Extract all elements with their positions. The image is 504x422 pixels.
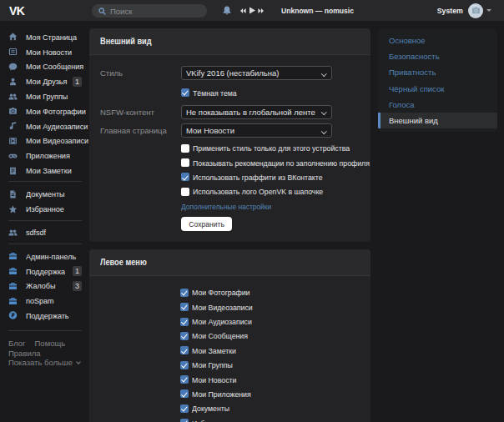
sidebar-item-label: Поддержать xyxy=(26,311,69,320)
friend-icon xyxy=(8,77,18,86)
mainpage-select[interactable]: Мои Новости xyxy=(181,123,332,138)
chevron-down-icon xyxy=(321,128,326,133)
home-icon xyxy=(8,33,18,42)
sidebar-item-админ-панель[interactable]: Админ-панель xyxy=(8,249,89,264)
sidebar-item-мои-видеозаписи[interactable]: Мои Видеозаписи xyxy=(8,133,89,148)
left-menu-item-9-row[interactable]: Избранное xyxy=(180,416,360,422)
additional-settings-link[interactable]: Дополнительные настройки xyxy=(181,201,271,212)
left-menu-item-2-checkbox[interactable] xyxy=(180,318,189,326)
sidebar-item-мои-сообщения[interactable]: Мои Сообщения xyxy=(8,59,89,74)
sidebar-item-избранное[interactable]: Избранное xyxy=(8,202,89,217)
settings-nav: ОсновноеБезопасностьПриватностьЧёрный сп… xyxy=(378,29,497,132)
left-menu-item-6-checkbox[interactable] xyxy=(180,375,189,384)
left-menu-item-4-row[interactable]: Мои Заметки xyxy=(180,344,360,358)
play-icon[interactable] xyxy=(249,7,255,14)
appearance-option-3-checkbox[interactable] xyxy=(181,188,189,196)
left-menu-item-7-row[interactable]: Мои Приложения xyxy=(180,387,360,401)
appearance-option-2-row[interactable]: Использовать граффити из ВКонтакте xyxy=(181,170,360,184)
settings-nav-item-чёрный-список[interactable]: Чёрный список xyxy=(378,81,497,97)
settings-nav-item-внешний-вид[interactable]: Внешний вид xyxy=(378,113,497,128)
sidebar-item-поддержка[interactable]: Поддержка1 xyxy=(8,264,89,279)
search-input[interactable] xyxy=(110,7,200,16)
notifications-bell-icon[interactable] xyxy=(222,5,232,16)
sidebar-item-мои-фотографии[interactable]: Мои Фотографии xyxy=(8,103,89,118)
nsfw-select[interactable]: Не показывать в глобальной ленте xyxy=(181,105,332,119)
sidebar-divider xyxy=(8,330,82,331)
main-content: Внешний вид Стиль VKify 2016 (нестабильн… xyxy=(89,28,370,422)
left-menu-item-6-label: Мои Новости xyxy=(192,375,236,384)
left-menu-item-5-row[interactable]: Мои Группы xyxy=(180,358,360,372)
sidebar-item-жалобы[interactable]: Жалобы3 xyxy=(8,279,89,294)
left-menu-item-0-row[interactable]: Мои Фотографии xyxy=(180,285,360,299)
appearance-option-0-row[interactable]: Применить стиль только для этого устройс… xyxy=(181,141,360,155)
left-menu-item-4-checkbox[interactable] xyxy=(180,346,189,354)
appearance-option-0-checkbox[interactable] xyxy=(181,144,189,153)
left-menu-item-5-checkbox[interactable] xyxy=(180,361,189,369)
left-menu-item-8-checkbox[interactable] xyxy=(180,404,189,413)
sidebar-item-мои-заметки[interactable]: Мои Заметки xyxy=(8,163,89,178)
dark-theme-checkbox-row[interactable]: Тёмная тема xyxy=(181,88,360,97)
left-menu-item-2-row[interactable]: Мои Аудиозаписи xyxy=(180,314,360,329)
additional-settings-row: Дополнительные настройки xyxy=(100,199,360,212)
appearance-option-2-checkbox[interactable] xyxy=(181,173,189,181)
save-button[interactable]: Сохранить xyxy=(181,217,232,232)
left-menu-item-6-row[interactable]: Мои Новости xyxy=(180,372,360,386)
audio-icon xyxy=(8,122,18,131)
footer-row: Правила xyxy=(8,349,89,359)
footer-link-help[interactable]: Помощь xyxy=(35,339,66,348)
sidebar-item-label: Админ-панель xyxy=(26,252,76,261)
footer-link-blog[interactable]: Блог xyxy=(8,339,26,348)
sidebar-item-label: Мои Группы xyxy=(26,92,68,101)
style-select[interactable]: VKify 2016 (нестабильна) xyxy=(181,66,332,80)
footer-row: Показать больше xyxy=(8,358,89,368)
settings-nav-item-голоса[interactable]: Голоса xyxy=(378,97,497,113)
news-icon xyxy=(8,48,18,57)
footer-row: БлогПомощь xyxy=(8,339,89,349)
next-track-icon[interactable] xyxy=(258,8,264,14)
appearance-option-3-row[interactable]: Использовать лого OpenVK в шапочке xyxy=(181,184,360,198)
mainpage-label: Главная страница xyxy=(100,126,181,135)
appearance-panel-title: Внешний вид xyxy=(89,28,370,55)
sidebar-item-документы[interactable]: Документы xyxy=(8,187,89,202)
vk-logo[interactable]: VK xyxy=(9,4,24,18)
sidebar-item-nospam[interactable]: noSpam xyxy=(8,294,89,309)
chevron-down-icon xyxy=(321,71,326,76)
appearance-option-1-checkbox[interactable] xyxy=(181,158,189,167)
sidebar-item-поддержать[interactable]: Поддержать xyxy=(8,309,89,324)
settings-nav-item-основное[interactable]: Основное xyxy=(378,33,497,48)
sidebar-item-моя-страница[interactable]: Моя Страница xyxy=(8,30,89,45)
appearance-option-1-label: Показывать рекомендации по заполнению пр… xyxy=(193,158,370,168)
current-track-label[interactable]: Unknown — nomusic xyxy=(281,6,354,15)
sidebar-item-мои-группы[interactable]: Мои Группы xyxy=(8,89,89,104)
left-menu-item-1-checkbox[interactable] xyxy=(180,303,189,311)
search-box[interactable] xyxy=(92,4,207,18)
footer-show-more[interactable]: Показать больше xyxy=(8,358,73,367)
sidebar-item-мои-аудиозаписи[interactable]: Мои Аудиозаписи xyxy=(8,118,89,133)
sidebar-item-sdfsdf[interactable]: sdfsdf xyxy=(8,225,89,240)
sidebar-item-мои-друзья[interactable]: Мои Друзья1 xyxy=(8,74,89,89)
left-menu-item-8-row[interactable]: Документы xyxy=(180,401,360,415)
panel-body: Мои ФотографииМои ВидеозаписиМои Аудиоза… xyxy=(89,276,370,422)
left-menu-item-3-checkbox[interactable] xyxy=(180,332,189,340)
footer-link-rules[interactable]: Правила xyxy=(8,349,41,358)
left-menu-item-0-checkbox[interactable] xyxy=(180,289,189,297)
sidebar-item-приложения[interactable]: Приложения xyxy=(8,148,89,163)
settings-nav-item-безопасность[interactable]: Безопасность xyxy=(378,48,497,64)
dark-theme-checkbox[interactable] xyxy=(181,88,189,97)
left-menu-item-7-checkbox[interactable] xyxy=(180,389,189,398)
briefcase-icon xyxy=(8,296,18,305)
account-menu[interactable]: System xyxy=(435,0,491,21)
video-icon xyxy=(8,136,18,145)
left-menu-item-3-label: Мои Сообщения xyxy=(192,331,248,340)
left-menu-item-9-checkbox[interactable] xyxy=(180,419,189,422)
settings-nav-item-приватность[interactable]: Приватность xyxy=(378,64,497,80)
sidebar-item-label: Мои Видеозаписи xyxy=(26,136,88,145)
sidebar-item-мои-новости[interactable]: Мои Новости xyxy=(8,44,89,59)
left-menu-item-1-row[interactable]: Мои Видеозаписи xyxy=(180,299,360,314)
donate-icon xyxy=(8,311,18,320)
appearance-option-1-row[interactable]: Показывать рекомендации по заполнению пр… xyxy=(181,155,360,169)
sidebar-item-label: Приложения xyxy=(26,151,70,160)
style-row: Стиль VKify 2016 (нестабильна) xyxy=(100,66,360,80)
left-menu-item-3-row[interactable]: Мои Сообщения xyxy=(180,329,360,343)
previous-track-icon[interactable] xyxy=(240,8,246,14)
